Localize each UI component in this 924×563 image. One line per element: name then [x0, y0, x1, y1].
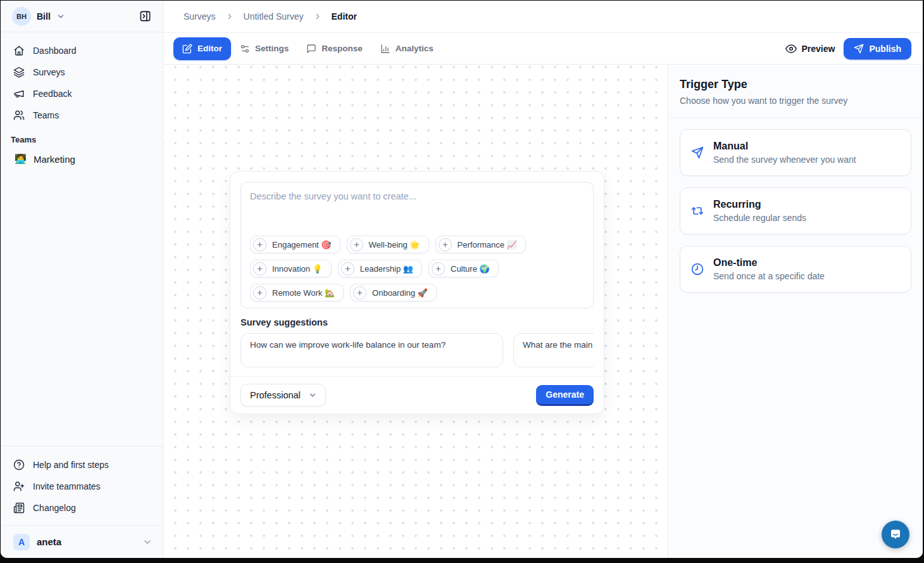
account-name: aneta [37, 536, 135, 547]
sidebar-item-feedback[interactable]: Feedback [1, 83, 163, 104]
tone-selected-value: Professional [250, 390, 301, 400]
user-plus-icon [13, 481, 25, 492]
generate-button[interactable]: Generate [536, 385, 594, 406]
breadcrumb-surveys[interactable]: Surveys [184, 11, 216, 22]
chip-label: Onboarding 🚀 [372, 288, 428, 298]
chevron-down-icon [56, 12, 65, 21]
trigger-options: Manual Send the survey whenever you want… [668, 118, 923, 304]
panel-collapse-icon [139, 10, 151, 22]
sidebar-team-marketing[interactable]: 🧑‍💻 Marketing [1, 148, 163, 170]
trigger-option-one-time[interactable]: One-time Send once at a specific date [680, 246, 911, 293]
help-circle-icon [13, 459, 25, 471]
sidebar-item-invite-teammates[interactable]: Invite teammates [1, 476, 163, 497]
megaphone-icon [13, 88, 25, 99]
preview-label: Preview [802, 44, 835, 54]
sidebar-item-surveys[interactable]: Surveys [1, 61, 163, 83]
send-icon [690, 146, 704, 159]
chip-performance[interactable]: Performance 📈 [435, 236, 526, 253]
send-icon [854, 44, 864, 54]
sidebar-item-label: Teams [33, 110, 59, 120]
edit-pencil-icon [182, 44, 192, 54]
trigger-panel-header: Trigger Type Choose how you want to trig… [668, 65, 923, 118]
breadcrumb: Surveys Untitled Survey Editor [163, 1, 923, 33]
trigger-option-title: Manual [713, 141, 856, 152]
sidebar-item-label: Surveys [33, 67, 65, 77]
trigger-option-manual[interactable]: Manual Send the survey whenever you want [680, 129, 911, 176]
trigger-type-panel: Trigger Type Choose how you want to trig… [668, 65, 923, 558]
chip-label: Innovation 💡 [272, 264, 323, 274]
tab-label: Analytics [396, 44, 434, 53]
chip-label: Performance 📈 [458, 240, 517, 250]
sidebar-item-dashboard[interactable]: Dashboard [1, 40, 163, 61]
workspace-switcher[interactable]: BH Bill [1, 1, 163, 32]
publish-button[interactable]: Publish [844, 38, 911, 60]
chevron-right-icon [313, 12, 322, 21]
sidebar-item-label: Invite teammates [33, 481, 101, 491]
collapse-sidebar-button[interactable] [136, 8, 154, 25]
trigger-option-title: One-time [713, 257, 825, 269]
chip-well-being[interactable]: Well-being 🌟 [347, 236, 429, 253]
breadcrumb-untitled-survey[interactable]: Untitled Survey [244, 11, 304, 22]
message-square-icon [306, 44, 316, 54]
layers-icon [13, 66, 25, 78]
workspace-name: Bill [37, 11, 51, 22]
app-frame: BH Bill Dashboard Surveys [1, 1, 923, 558]
tab-analytics[interactable]: Analytics [371, 37, 442, 60]
composer-footer: Professional Generate [230, 376, 604, 414]
chip-label: Well-being 🌟 [369, 240, 420, 250]
plus-icon [341, 262, 354, 275]
account-avatar: A [13, 534, 30, 550]
newspaper-icon [13, 502, 25, 514]
sidebar-item-changelog[interactable]: Changelog [1, 497, 163, 519]
chip-innovation[interactable]: Innovation 💡 [250, 260, 332, 277]
chip-culture[interactable]: Culture 🌍 [428, 260, 499, 277]
sidebar-item-label: Changelog [33, 503, 76, 513]
chip-label: Remote Work 🏡 [272, 288, 335, 298]
sidebar-item-label: Help and first steps [33, 460, 109, 470]
chevron-right-icon [225, 12, 234, 21]
chip-onboarding[interactable]: Onboarding 🚀 [350, 284, 437, 301]
tab-settings[interactable]: Settings [231, 37, 297, 60]
sidebar-item-label: Dashboard [33, 46, 77, 56]
chip-leadership[interactable]: Leadership 👥 [338, 260, 422, 277]
prompt-placeholder: Describe the survey you want to create..… [250, 191, 584, 201]
survey-prompt-input[interactable]: Describe the survey you want to create..… [240, 182, 594, 308]
suggestions-row: How can we improve work-life balance in … [240, 333, 594, 367]
suggestion-card[interactable]: What are the main ob [513, 333, 594, 367]
teams-section-label: Teams [1, 126, 163, 148]
account-menu[interactable]: A aneta [1, 525, 163, 558]
plus-icon [350, 238, 363, 251]
tab-editor[interactable]: Editor [173, 37, 231, 60]
chip-engagement[interactable]: Engagement 🎯 [250, 236, 340, 253]
chip-remote-work[interactable]: Remote Work 🏡 [250, 284, 344, 301]
eye-icon [785, 43, 797, 54]
panel-subtitle: Choose how you want to trigger the surve… [680, 96, 908, 106]
clock-icon [690, 263, 704, 275]
plus-icon [253, 286, 266, 300]
chevron-down-icon [142, 537, 153, 547]
chat-launcher-button[interactable] [882, 521, 909, 548]
topic-chips: Engagement 🎯 Well-being 🌟 Performance 📈 … [250, 236, 588, 301]
sliders-icon [240, 44, 250, 54]
tab-response[interactable]: Response [297, 37, 371, 60]
sidebar-item-teams[interactable]: Teams [1, 104, 163, 126]
preview-button[interactable]: Preview [777, 38, 844, 60]
tone-select[interactable]: Professional [240, 384, 326, 407]
tab-label: Response [322, 44, 363, 53]
team-name: Marketing [34, 154, 75, 165]
users-icon [13, 110, 25, 121]
main-area: Surveys Untitled Survey Editor Editor Se… [163, 1, 923, 558]
suggestion-card[interactable]: How can we improve work-life balance in … [240, 333, 503, 367]
tab-label: Settings [255, 44, 289, 53]
editor-canvas[interactable]: Describe the survey you want to create..… [163, 65, 668, 558]
panel-title: Trigger Type [680, 78, 908, 91]
publish-label: Publish [869, 44, 901, 54]
trigger-option-recurring[interactable]: Recurring Schedule regular sends [680, 187, 911, 234]
trigger-option-description: Send once at a specific date [713, 271, 825, 281]
suggestions-title: Survey suggestions [240, 317, 594, 327]
survey-generator-card: Describe the survey you want to create..… [230, 171, 604, 414]
app-window: BH Bill Dashboard Surveys [0, 0, 924, 563]
sidebar-item-help[interactable]: Help and first steps [1, 454, 163, 476]
sidebar-nav: Dashboard Surveys Feedback Teams Teams 🧑… [1, 32, 163, 170]
chip-label: Engagement 🎯 [272, 240, 332, 250]
